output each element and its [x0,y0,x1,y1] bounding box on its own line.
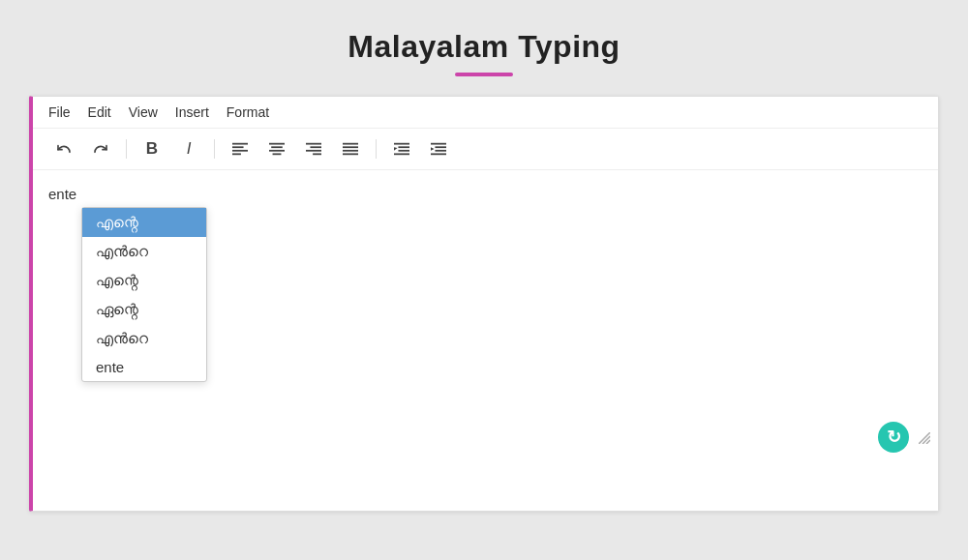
align-justify-button[interactable] [335,134,366,163]
undo-button[interactable] [48,134,79,163]
svg-rect-13 [343,146,358,148]
autocomplete-dropdown: എന്റെ എൻറെ എന്റെ ഏന്റെ എന്‍റെ ente [81,207,207,382]
separator-2 [214,139,215,159]
bold-button[interactable]: B [136,134,167,163]
page-title: Malayalam Typing [348,29,620,65]
svg-rect-19 [394,153,409,155]
svg-rect-12 [343,143,358,145]
title-underline [455,73,513,76]
svg-rect-10 [306,150,321,152]
autocomplete-item-2[interactable]: എന്റെ [82,266,206,295]
svg-rect-1 [232,146,244,148]
svg-rect-16 [394,143,409,145]
svg-rect-8 [306,143,321,145]
align-left-button[interactable] [225,134,256,163]
svg-rect-7 [273,153,282,155]
svg-rect-9 [310,146,321,148]
menu-file[interactable]: File [48,104,71,120]
svg-rect-5 [271,146,283,148]
editor-body[interactable]: ente എന്റെ എൻറെ എന്റെ ഏന്റെ എന്‍റെ ente … [33,170,938,460]
svg-rect-18 [398,150,409,152]
svg-rect-21 [431,143,446,145]
svg-rect-17 [398,146,409,148]
align-right-button[interactable] [298,134,329,163]
italic-button[interactable]: I [173,134,204,163]
svg-marker-25 [431,147,435,151]
svg-rect-22 [435,146,446,148]
menu-edit[interactable]: Edit [88,104,111,120]
editor-container: File Edit View Insert Format B I [29,96,939,512]
svg-rect-11 [313,153,321,155]
svg-line-28 [926,440,930,444]
svg-rect-2 [232,150,248,152]
editor-footer: ↻ [878,422,930,453]
svg-rect-6 [269,150,285,152]
svg-rect-4 [269,143,285,145]
menu-bar: File Edit View Insert Format [33,97,938,129]
separator-3 [376,139,377,159]
indent-decrease-button[interactable] [386,134,417,163]
toolbar: B I [33,129,938,170]
resize-handle[interactable] [917,430,930,444]
svg-rect-3 [232,153,241,155]
autocomplete-item-4[interactable]: എന്‍റെ [82,324,206,353]
autocomplete-item-3[interactable]: ഏന്റെ [82,295,206,324]
svg-marker-20 [394,147,398,151]
svg-rect-15 [343,153,358,155]
svg-rect-0 [232,143,248,145]
svg-rect-23 [435,150,446,152]
menu-view[interactable]: View [129,104,158,120]
svg-rect-14 [343,150,358,152]
align-center-button[interactable] [261,134,292,163]
autocomplete-item-5[interactable]: ente [82,353,206,381]
scroll-to-top-button[interactable]: ↻ [878,422,909,453]
autocomplete-item-0[interactable]: എന്റെ [82,208,206,237]
separator-1 [126,139,127,159]
svg-rect-24 [431,153,446,155]
menu-insert[interactable]: Insert [175,104,209,120]
menu-format[interactable]: Format [227,104,269,120]
autocomplete-item-1[interactable]: എൻറെ [82,237,206,266]
editor-typed-text: ente [48,186,923,202]
svg-line-27 [923,436,930,444]
redo-button[interactable] [85,134,116,163]
indent-increase-button[interactable] [423,134,454,163]
